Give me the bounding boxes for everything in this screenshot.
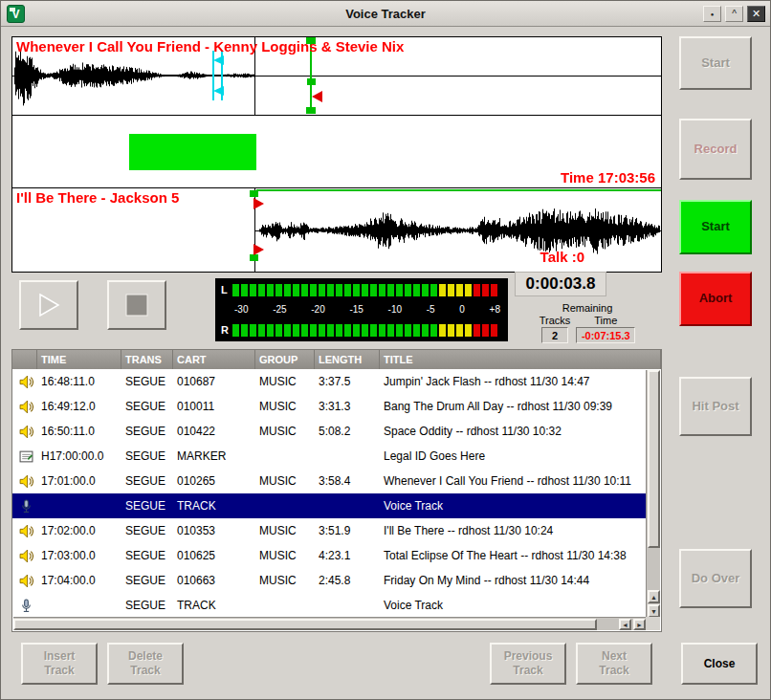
scroll-left-icon[interactable]: ◄	[619, 619, 631, 630]
log-cell-length	[315, 493, 380, 518]
table-row[interactable]: 17:04:00.0 SEGUE 010663 MUSIC 2:45.8 Fri…	[12, 568, 647, 593]
log-cell-length: 2:45.8	[315, 568, 380, 593]
log-cell-trans: SEGUE	[121, 394, 173, 419]
table-row[interactable]: SEGUE TRACK Voice Track	[12, 593, 647, 618]
remaining-label: Remaining	[562, 302, 613, 314]
log-cell-time: 17:03:00.0	[37, 543, 121, 568]
meter-scale: -30 -25 -20 -15 -10 -5 0 +8	[221, 304, 502, 316]
table-row[interactable]: SEGUE TRACK Voice Track	[12, 493, 647, 518]
log-cell-cart: 010422	[173, 419, 255, 444]
horizontal-scrollbar[interactable]: ◄ ►	[13, 617, 647, 630]
log-cell-time	[37, 593, 121, 618]
shade-icon[interactable]: ^	[725, 6, 743, 22]
log-cell-length	[315, 444, 380, 469]
track2-waveform-panel[interactable]: I'll Be There - Jackson 5 Talk :0	[11, 187, 662, 273]
close-button[interactable]: Close	[681, 643, 758, 685]
scale-tick: -30	[234, 304, 248, 316]
table-row[interactable]: 17:03:00.0 SEGUE 010625 MUSIC 4:23.1 Tot…	[12, 543, 647, 568]
remaining-tracks-value: 2	[541, 327, 568, 343]
log-cell-time: 17:02:00.0	[37, 518, 121, 543]
log-cell-group: MUSIC	[255, 469, 315, 493]
log-cell-trans: SEGUE	[121, 469, 173, 493]
log-cell-cart: 010353	[173, 518, 255, 543]
table-row[interactable]: 16:48:11.0 SEGUE 010687 MUSIC 3:37.5 Jum…	[12, 369, 647, 394]
col-time-header[interactable]: TIME	[37, 350, 121, 369]
mic-icon	[12, 493, 37, 518]
vertical-scroll-thumb[interactable]	[648, 370, 660, 548]
log-cell-time: 16:50:11.0	[37, 419, 121, 444]
elapsed-time-display: 0:00:03.8	[515, 272, 606, 296]
titlebar[interactable]: V Voice Tracker ● ^ ✕	[1, 1, 770, 27]
log-cell-cart: TRACK	[173, 593, 255, 618]
speaker-icon	[12, 518, 37, 543]
log-cell-cart: 010625	[173, 543, 255, 568]
log-cell-trans: SEGUE	[121, 543, 173, 568]
log-cell-title: Legal ID Goes Here	[380, 444, 647, 469]
table-row[interactable]: 17:01:00.0 SEGUE 010265 MUSIC 3:58.4 Whe…	[12, 469, 647, 493]
scale-tick: -5	[427, 304, 435, 316]
horizontal-scroll-thumb[interactable]	[13, 619, 597, 630]
play-button[interactable]	[19, 280, 78, 330]
scrollbar-corner	[646, 617, 660, 630]
meter-left-segments	[232, 284, 499, 296]
voice-track-panel[interactable]: Time 17:03:56	[11, 115, 662, 188]
table-row[interactable]: 16:50:11.0 SEGUE 010422 MUSIC 5:08.2 Spa…	[12, 419, 647, 444]
col-title-header[interactable]: TITLE	[380, 350, 661, 369]
log-cell-group: MUSIC	[255, 518, 315, 543]
scroll-right-icon[interactable]: ►	[633, 619, 646, 630]
table-row[interactable]: 17:02:00.0 SEGUE 010353 MUSIC 3:51.9 I'l…	[12, 518, 647, 543]
voice-tracker-window: V Voice Tracker ● ^ ✕ Whenever I Call Yo…	[0, 0, 771, 700]
stop-button[interactable]	[107, 280, 166, 330]
previous-track-button[interactable]: Previous Track	[490, 643, 566, 685]
start-top-button[interactable]: Start	[679, 36, 752, 90]
record-button[interactable]: Record	[679, 119, 752, 180]
log-cell-length: 3:58.4	[315, 469, 380, 493]
log-cell-length: 3:51.9	[315, 518, 380, 543]
log-cell-title: Bang The Drum All Day -- rdhost 11/30 09…	[380, 394, 647, 419]
log-cell-time: 17:04:00.0	[37, 568, 121, 593]
col-length-header[interactable]: LENGTH	[315, 350, 380, 369]
table-row[interactable]: 16:49:12.0 SEGUE 010011 MUSIC 3:31.3 Ban…	[12, 394, 647, 419]
voice-track-region[interactable]	[129, 134, 256, 170]
log-cell-cart: 010265	[173, 469, 255, 493]
col-trans-header[interactable]: TRANS	[121, 350, 173, 369]
speaker-icon	[12, 394, 37, 419]
log-cell-group: MUSIC	[255, 394, 315, 419]
track1-waveform-panel[interactable]: Whenever I Call You Friend - Kenny Loggi…	[11, 36, 662, 116]
delete-track-button[interactable]: Delete Track	[107, 643, 184, 685]
window-title: Voice Tracker	[1, 7, 770, 21]
log-cell-title: Friday On My Mind -- rdhost 11/30 14:44	[380, 568, 647, 593]
log-cell-time: 17:01:00.0	[37, 469, 121, 493]
log-header: TIME TRANS CART GROUP LENGTH TITLE	[12, 350, 661, 369]
meter-left-label: L	[221, 284, 232, 295]
log-cell-cart: 010011	[173, 394, 255, 419]
col-cart-header[interactable]: CART	[173, 350, 255, 369]
insert-track-button[interactable]: Insert Track	[21, 643, 98, 685]
log-cell-title: Jumpin' Jack Flash -- rdhost 11/30 14:47	[380, 369, 647, 394]
col-group-header[interactable]: GROUP	[255, 350, 315, 369]
do-over-button[interactable]: Do Over	[679, 549, 752, 608]
log-cell-title: Total Eclipse Of The Heart -- rdhost 11/…	[380, 543, 647, 568]
vertical-scrollbar[interactable]: ▲ ▼	[646, 370, 660, 618]
abort-button[interactable]: Abort	[679, 272, 752, 326]
log-cell-trans: SEGUE	[121, 568, 173, 593]
pin-icon[interactable]: ●	[703, 6, 721, 22]
log-cell-length: 3:37.5	[315, 369, 380, 394]
log-cell-title: Whenever I Call You Friend -- rdhost 11/…	[380, 469, 647, 493]
log-cell-time	[37, 493, 121, 518]
scroll-up-icon[interactable]: ▲	[648, 590, 660, 603]
log-cell-cart: 010663	[173, 568, 255, 593]
talk-counter-label: Talk :0	[540, 249, 584, 265]
log-cell-group	[255, 493, 315, 518]
table-row[interactable]: H17:00:00.0 SEGUE MARKER Legal ID Goes H…	[12, 444, 647, 469]
scale-tick: -15	[349, 304, 363, 316]
speaker-icon	[12, 469, 37, 493]
scroll-down-icon[interactable]: ▼	[648, 604, 660, 618]
stop-icon	[124, 293, 149, 317]
start-button[interactable]: Start	[679, 200, 752, 254]
close-icon[interactable]: ✕	[747, 6, 765, 22]
hit-post-button[interactable]: Hit Post	[679, 377, 752, 436]
log-cell-length: 5:08.2	[315, 419, 380, 444]
log-cell-group: MUSIC	[255, 369, 315, 394]
next-track-button[interactable]: Next Track	[576, 643, 652, 685]
